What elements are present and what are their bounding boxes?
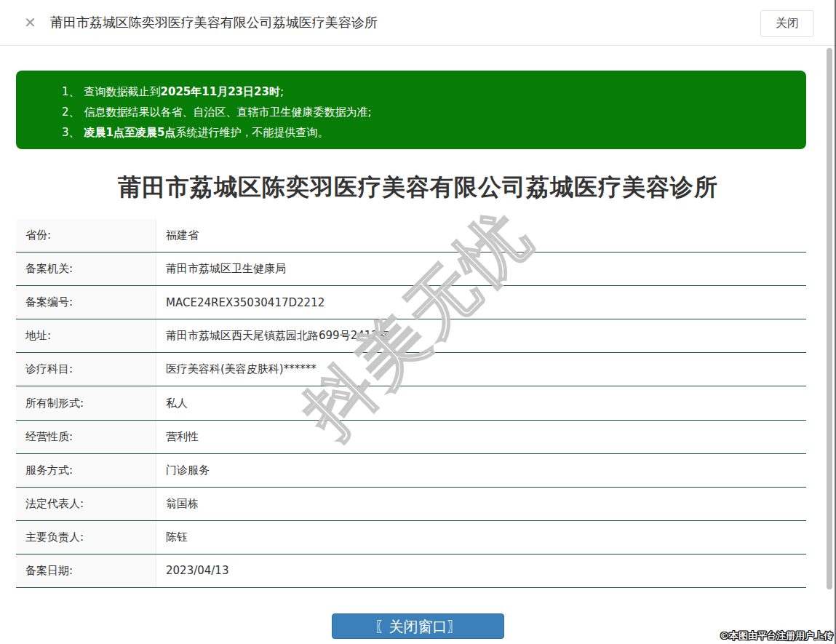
- row-value: 莆田市荔城区西天尾镇荔园北路699号2412室: [156, 319, 806, 352]
- copyright-watermark: ©本图由平台注册用户上传: [720, 629, 833, 643]
- notice-box: 1、查询数据截止到2025年11月23日23时;2、信息数据结果以各省、自治区、…: [16, 71, 806, 149]
- row-label: 诊疗科目:: [16, 353, 156, 386]
- notice-item: 1、查询数据截止到2025年11月23日23时;: [62, 82, 792, 102]
- table-row: 经营性质:营利性: [16, 421, 806, 454]
- table-row: 诊疗科目:医疗美容科(美容皮肤科)******: [16, 353, 806, 386]
- close-icon[interactable]: ✕: [24, 15, 36, 30]
- row-label: 省份:: [16, 219, 156, 252]
- row-value: 翁国栋: [156, 488, 806, 520]
- vertical-scrollbar[interactable]: [827, 48, 832, 589]
- row-label: 法定代表人:: [16, 488, 156, 520]
- row-label: 备案编号:: [16, 286, 156, 319]
- row-label: 地址:: [16, 319, 156, 352]
- notice-item: 2、信息数据结果以各省、自治区、直辖市卫生健康委数据为准;: [62, 102, 792, 122]
- row-value: 私人: [156, 386, 806, 419]
- row-label: 所有制形式:: [16, 386, 156, 419]
- row-value: 莆田市荔城区卫生健康局: [156, 253, 806, 285]
- notice-list: 1、查询数据截止到2025年11月23日23时;2、信息数据结果以各省、自治区、…: [62, 82, 792, 143]
- row-value: 营利性: [156, 421, 806, 453]
- close-button[interactable]: 关闭: [760, 10, 814, 37]
- row-label: 主要负责人:: [16, 521, 156, 554]
- footer-button-area: 〖关闭窗口〗: [0, 613, 836, 639]
- row-label: 服务方式:: [16, 454, 156, 487]
- row-value: MACE24REX35030417D2212: [156, 286, 806, 319]
- window-title: 莆田市荔城区陈奕羽医疗美容有限公司荔城医疗美容诊所: [50, 14, 378, 31]
- window-header: ✕ 莆田市荔城区陈奕羽医疗美容有限公司荔城医疗美容诊所 关闭: [0, 0, 836, 46]
- table-row: 主要负责人:陈钰: [16, 521, 806, 554]
- row-label: 备案日期:: [16, 554, 156, 587]
- table-row: 备案日期:2023/04/13: [16, 554, 806, 588]
- table-row: 省份:福建省: [16, 219, 806, 253]
- notice-item: 3、凌晨1点至凌晨5点系统进行维护，不能提供查询。: [62, 122, 792, 143]
- row-value: 陈钰: [156, 521, 806, 554]
- table-row: 备案机关:莆田市荔城区卫生健康局: [16, 253, 806, 286]
- info-table: 省份:福建省备案机关:莆田市荔城区卫生健康局备案编号:MACE24REX3503…: [16, 219, 806, 588]
- row-value: 福建省: [156, 219, 806, 252]
- row-value: 医疗美容科(美容皮肤科)******: [156, 353, 806, 386]
- row-label: 备案机关:: [16, 253, 156, 285]
- row-label: 经营性质:: [16, 421, 156, 453]
- table-row: 法定代表人:翁国栋: [16, 488, 806, 521]
- close-window-button[interactable]: 〖关闭窗口〗: [332, 613, 504, 639]
- table-row: 备案编号:MACE24REX35030417D2212: [16, 286, 806, 319]
- table-row: 所有制形式:私人: [16, 386, 806, 420]
- table-row: 服务方式:门诊服务: [16, 454, 806, 488]
- row-value: 2023/04/13: [156, 554, 806, 587]
- row-value: 门诊服务: [156, 454, 806, 487]
- page-title: 莆田市荔城区陈奕羽医疗美容有限公司荔城医疗美容诊所: [0, 172, 836, 204]
- table-row: 地址:莆田市荔城区西天尾镇荔园北路699号2412室: [16, 319, 806, 353]
